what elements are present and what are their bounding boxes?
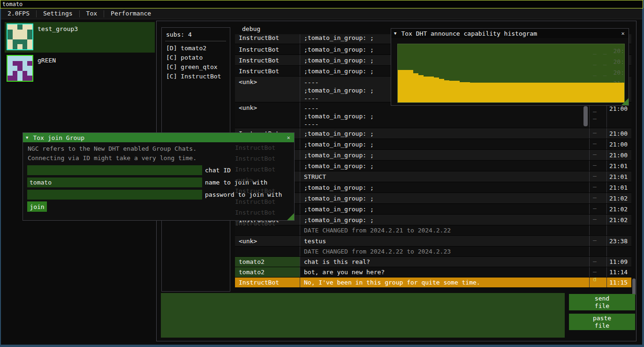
member-item-InstructBot[interactable]: [C] InstructBot xyxy=(166,73,221,80)
window-titlebar[interactable]: tomato xyxy=(0,0,643,8)
join-group-titlebar[interactable]: ▼ Tox join Group ✕ xyxy=(23,133,294,142)
histogram-bar xyxy=(491,83,496,102)
date-separator-row[interactable]: DATE CHANGED from 2024.2.22 to 2024.2.23 xyxy=(235,247,631,257)
histogram-bar xyxy=(413,73,418,102)
histogram-bar xyxy=(403,70,408,102)
message-text: ;tomato_in_group: ; xyxy=(304,162,374,170)
member-item-tomato2[interactable]: [D] tomato2 xyxy=(166,45,206,52)
send-file-button[interactable]: send file xyxy=(569,294,635,310)
close-icon[interactable]: ✕ xyxy=(285,134,292,141)
histogram-bar xyxy=(578,83,583,102)
sender-name: <unk> xyxy=(239,104,257,111)
histogram-bar xyxy=(485,83,491,102)
join-desc-line1: NGC refers to the New DHT enabled Group … xyxy=(28,145,197,152)
contact-item-test_group3[interactable]: test_group3 xyxy=(5,22,155,53)
histogram-bar xyxy=(496,83,501,102)
collapse-arrow-icon[interactable]: ▼ xyxy=(394,31,396,36)
histogram-bar xyxy=(398,70,403,102)
message-row[interactable]: <unk>---- ;tomato_in_group: ; ----_ _21:… xyxy=(235,102,631,128)
ghost-sender-name: InstructBot xyxy=(235,209,275,216)
message-flags: _ _ xyxy=(593,161,606,171)
ghost-sender-name: InstructBot xyxy=(235,155,275,162)
join-button[interactable]: join xyxy=(27,201,47,212)
histogram-bar xyxy=(424,77,429,102)
histogram-bar xyxy=(563,83,568,102)
message-input[interactable] xyxy=(161,293,565,338)
resize-grip-icon[interactable] xyxy=(287,213,294,220)
chat-id-input[interactable] xyxy=(27,165,202,175)
message-text: chat is this real? xyxy=(304,258,370,265)
histogram-bar xyxy=(506,83,511,102)
message-cell-scrollbar[interactable] xyxy=(583,106,588,126)
histogram-bar xyxy=(583,83,588,102)
histogram-bar xyxy=(470,83,475,102)
member-item-potato[interactable]: [C] potato xyxy=(166,54,203,61)
sender-name: InstructBot xyxy=(239,68,279,75)
menu-item-tox[interactable]: Tox xyxy=(80,9,104,18)
message-time: 21:01 xyxy=(609,184,628,191)
date-separator-row[interactable]: DATE CHANGED from 2024.2.21 to 2024.2.22 xyxy=(235,225,631,236)
message-flags: _ _ xyxy=(593,150,606,160)
chat-scrollbar[interactable] xyxy=(632,278,636,295)
message-text: ;tomato_in_group: ; xyxy=(304,206,374,213)
message-text: No, I've been in this group for quite so… xyxy=(304,279,480,286)
histogram-bar xyxy=(465,82,470,102)
message-flags: _ _ xyxy=(593,171,606,182)
sender-name: tomato2 xyxy=(239,258,265,265)
message-text: ;tomato_in_group: ; xyxy=(304,46,374,53)
histogram-bar xyxy=(522,83,527,102)
histogram-bar xyxy=(588,83,593,102)
menu-item-settings[interactable]: Settings xyxy=(37,9,79,18)
histogram-bar xyxy=(568,83,573,102)
contact-avatar xyxy=(7,23,33,50)
message-text: ;tomato_in_group: ; xyxy=(304,57,374,64)
sender-name: InstructBot xyxy=(239,57,279,64)
dht-histogram-titlebar[interactable]: ▼ Tox DHT announce capability histogram … xyxy=(391,29,629,38)
sender-name: <unk> xyxy=(239,78,257,85)
dht-histogram-title: Tox DHT announce capability histogram xyxy=(401,30,537,37)
message-time: 21:01 xyxy=(609,173,628,180)
histogram-bars xyxy=(398,44,624,102)
message-row[interactable]: tomato2chat is this real?_ _11:09 xyxy=(235,257,631,267)
paste-file-button[interactable]: paste file xyxy=(569,314,635,330)
ghost-sender-name: <unk> xyxy=(235,177,253,184)
histogram-bar xyxy=(511,83,516,102)
ghost-sender-name: InstructBot xyxy=(235,198,275,205)
histogram-bar xyxy=(527,83,532,102)
message-text: ;tomato_in_group: ; xyxy=(304,216,374,224)
message-row[interactable]: tomato2bot, are you new here?_ _11:14 xyxy=(235,267,631,278)
histogram-bar xyxy=(573,83,578,102)
date-changed-text: DATE CHANGED from 2024.2.21 to 2024.2.22 xyxy=(304,227,451,234)
message-text: ;tomato_in_group: ; xyxy=(304,141,374,148)
contact-avatar xyxy=(7,55,33,82)
join-name-input[interactable] xyxy=(27,177,202,187)
message-time: 11:14 xyxy=(609,269,628,276)
histogram-bar xyxy=(434,77,439,102)
histogram-bar xyxy=(614,83,619,102)
dht-histogram-plot[interactable]: _ _20:40_ _20:40_ _20:41_ _21:00 xyxy=(397,44,625,103)
member-item-green_qtox[interactable]: [C] green_qtox xyxy=(166,63,218,70)
message-row[interactable]: <unk>testus_ _23:38 xyxy=(235,236,631,247)
collapse-arrow-icon[interactable]: ▼ xyxy=(26,135,28,140)
histogram-bar xyxy=(408,70,413,102)
message-text: ---- ;tomato_in_group: ; ---- xyxy=(304,78,374,102)
close-icon[interactable]: ✕ xyxy=(619,30,627,37)
message-text: bot, are you new here? xyxy=(304,269,385,276)
window-title: tomato xyxy=(2,1,23,8)
message-time: 21:02 xyxy=(609,206,628,213)
menu-item-performance[interactable]: Performance xyxy=(104,9,158,18)
histogram-bar xyxy=(537,83,542,102)
message-text: ;tomato_in_group: ; xyxy=(304,152,374,159)
join-password-input[interactable] xyxy=(27,190,202,200)
subs-separator xyxy=(165,41,226,41)
message-flags: _ _ xyxy=(593,267,606,277)
tab-debug[interactable]: debug xyxy=(239,25,263,33)
message-flags: _ _ xyxy=(593,182,606,193)
contact-item-gREEN[interactable]: gREEN xyxy=(5,54,155,84)
message-flags: _ _ xyxy=(593,193,606,203)
contact-name: test_group3 xyxy=(38,25,78,32)
sender-name: InstructBot xyxy=(239,279,279,286)
histogram-bar xyxy=(480,83,485,102)
message-row[interactable]: InstructBotNo, I've been in this group f… xyxy=(235,278,631,288)
histogram-bar xyxy=(604,83,609,102)
